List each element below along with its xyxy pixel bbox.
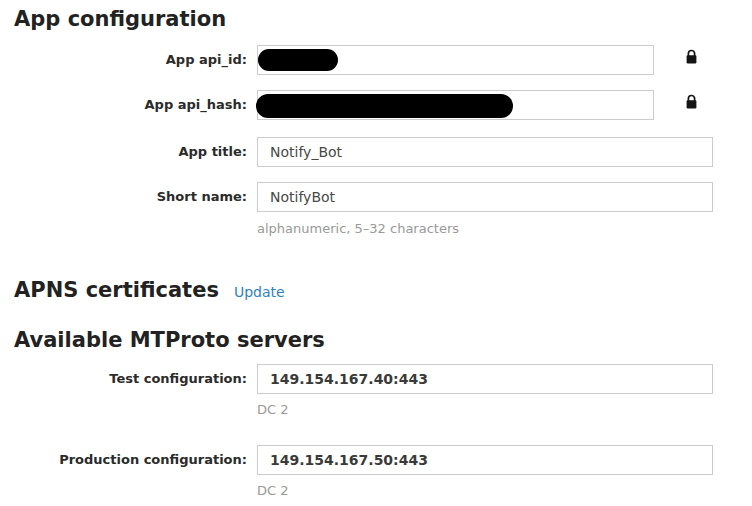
form-row-api-hash: App api_hash: xyxy=(0,90,752,120)
short-name-input[interactable] xyxy=(257,182,713,212)
production-configuration-dc-hint: DC 2 xyxy=(257,483,289,498)
api-id-redaction xyxy=(258,49,338,71)
apns-update-link[interactable]: Update xyxy=(234,284,285,300)
test-configuration-dc-hint: DC 2 xyxy=(257,402,289,417)
form-row-api-id: App api_id: xyxy=(0,45,752,75)
short-name-label: Short name: xyxy=(157,182,247,212)
form-row-short-name: Short name: xyxy=(0,182,752,212)
api-hash-label: App api_hash: xyxy=(145,90,247,120)
app-title-input[interactable] xyxy=(257,137,713,167)
form-row-test-configuration: Test configuration: xyxy=(0,364,752,394)
production-configuration-input[interactable] xyxy=(257,445,713,475)
test-configuration-input[interactable] xyxy=(257,364,713,394)
production-configuration-label: Production configuration: xyxy=(59,445,247,475)
app-configuration-page: App configuration App api_id: App api_ha… xyxy=(0,0,752,506)
apns-heading-row: APNS certificates Update xyxy=(14,278,285,302)
lock-icon xyxy=(685,49,698,64)
section-title-mtproto-servers: Available MTProto servers xyxy=(14,328,325,352)
api-hash-redaction xyxy=(256,94,513,118)
test-configuration-label: Test configuration: xyxy=(109,364,247,394)
short-name-hint: alphanumeric, 5–32 characters xyxy=(257,221,459,236)
section-title-app-configuration: App configuration xyxy=(14,7,226,31)
api-id-label: App api_id: xyxy=(166,45,247,75)
form-row-production-configuration: Production configuration: xyxy=(0,445,752,475)
form-row-app-title: App title: xyxy=(0,137,752,167)
section-title-apns-certificates: APNS certificates xyxy=(14,278,219,302)
lock-icon xyxy=(685,94,698,109)
app-title-label: App title: xyxy=(178,137,247,167)
